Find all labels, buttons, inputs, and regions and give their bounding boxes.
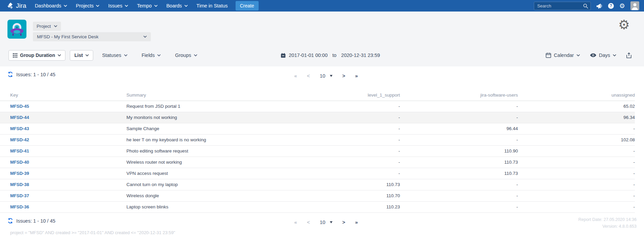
unassigned-cell: - bbox=[518, 168, 635, 179]
refresh-icon[interactable] bbox=[7, 72, 13, 77]
chevron-down-icon bbox=[184, 5, 188, 7]
nav-item-issues[interactable]: Issues bbox=[104, 0, 133, 12]
key-cell: MFSD-45 bbox=[0, 101, 126, 112]
summary-cell: Cannot turn on my laptop bbox=[126, 179, 298, 190]
chevron-down-icon bbox=[577, 54, 580, 57]
jira-software-users-cell: - bbox=[400, 134, 518, 145]
admin-gear-icon[interactable]: ⚙ bbox=[619, 3, 625, 9]
column-header-summary: Summary bbox=[126, 90, 298, 101]
navbar-menu: DashboardsProjectsIssuesTempoBoardsTime … bbox=[31, 0, 232, 12]
key-cell: MFSD-43 bbox=[0, 123, 126, 134]
time-unit-dropdown[interactable]: Days bbox=[590, 53, 616, 58]
nav-item-label: Projects bbox=[76, 3, 94, 8]
key-cell: MFSD-38 bbox=[0, 179, 126, 190]
issues-count-label: Issues: 1 - 10 / 45 bbox=[16, 72, 55, 77]
level-1-support-cell: - bbox=[298, 145, 400, 157]
groups-dropdown[interactable]: Groups bbox=[175, 53, 197, 58]
nav-item-projects[interactable]: Projects bbox=[72, 0, 104, 12]
issue-key-link[interactable]: MFSD-45 bbox=[10, 104, 29, 109]
first-page-button[interactable]: « bbox=[294, 219, 297, 225]
prev-page-button[interactable]: < bbox=[307, 219, 310, 225]
issue-key-link[interactable]: MFSD-37 bbox=[10, 193, 29, 198]
page-size-select[interactable]: 10 bbox=[320, 73, 333, 79]
date-range-picker[interactable]: 2017-01-01 00:00 to 2020-12-31 23:59 bbox=[281, 50, 380, 61]
jira-software-users-cell: - bbox=[400, 179, 518, 190]
page-size-select[interactable]: 10 bbox=[320, 219, 333, 225]
nav-item-tempo[interactable]: Tempo bbox=[133, 0, 162, 12]
column-header-unassigned: unassigned bbox=[518, 90, 635, 101]
table-row: MFSD-39VPN access request-110.73- bbox=[0, 168, 635, 179]
next-page-button[interactable]: > bbox=[342, 73, 345, 79]
nav-item-dashboards[interactable]: Dashboards bbox=[31, 0, 72, 12]
issue-key-link[interactable]: MFSD-38 bbox=[10, 182, 29, 187]
summary-cell: My monitoris not working bbox=[126, 112, 298, 123]
group-duration-button[interactable]: Group Duration bbox=[8, 50, 65, 61]
issue-key-link[interactable]: MFSD-40 bbox=[10, 160, 29, 165]
chevron-down-icon bbox=[85, 54, 89, 57]
unassigned-cell: 96.34 bbox=[518, 112, 635, 123]
level-1-support-cell: - bbox=[298, 123, 400, 134]
issue-key-link[interactable]: MFSD-41 bbox=[10, 148, 29, 154]
scope-selector-label: Project bbox=[37, 24, 51, 29]
prev-page-button[interactable]: < bbox=[307, 73, 310, 79]
summary-cell: he leer T on my keyboard is no working bbox=[126, 134, 298, 145]
calendar-type-dropdown[interactable]: Calendar bbox=[546, 53, 580, 58]
user-avatar[interactable] bbox=[630, 1, 639, 10]
summary-cell: Laptop screen blinks bbox=[126, 201, 298, 212]
issue-key-link[interactable]: MFSD-36 bbox=[10, 204, 29, 209]
search-input[interactable] bbox=[534, 2, 590, 10]
issue-key-link[interactable]: MFSD-42 bbox=[10, 137, 29, 142]
report-toolbar: Group Duration List StatusesFieldsGroups… bbox=[0, 50, 644, 61]
unassigned-cell: 102.08 bbox=[518, 134, 635, 145]
nav-item-label: Tempo bbox=[137, 3, 152, 8]
issue-key-link[interactable]: MFSD-39 bbox=[10, 171, 29, 176]
level-1-support-cell: - bbox=[298, 157, 400, 168]
date-from: 2017-01-01 00:00 bbox=[289, 53, 328, 58]
scope-selector-button[interactable]: Project bbox=[33, 22, 61, 31]
chevron-down-icon bbox=[143, 36, 147, 38]
next-page-button[interactable]: > bbox=[342, 219, 345, 225]
create-button[interactable]: Create bbox=[236, 1, 259, 11]
search-icon[interactable] bbox=[583, 3, 588, 9]
fields-dropdown[interactable]: Fields bbox=[142, 53, 161, 58]
key-cell: MFSD-44 bbox=[0, 112, 126, 123]
unassigned-cell: - bbox=[518, 190, 635, 201]
nav-item-time-in-status[interactable]: Time in Status bbox=[192, 0, 232, 12]
navbar-right: ? ⚙ bbox=[534, 1, 639, 10]
statuses-dropdown[interactable]: Statuses bbox=[102, 53, 127, 58]
chevron-down-icon bbox=[96, 5, 99, 7]
caret-down-icon bbox=[330, 75, 333, 77]
summary-cell: Sample Change bbox=[126, 123, 298, 134]
export-icon[interactable] bbox=[626, 53, 631, 58]
summary-cell: Wireless router not working bbox=[126, 157, 298, 168]
last-page-button[interactable]: » bbox=[355, 219, 358, 225]
help-icon[interactable]: ? bbox=[608, 3, 614, 9]
jira-logo-icon bbox=[7, 2, 14, 9]
chevron-down-icon bbox=[64, 5, 67, 7]
project-avatar[interactable] bbox=[7, 20, 26, 39]
project-select[interactable]: MFSD - My First Service Desk bbox=[33, 32, 151, 41]
jira-software-users-cell: 110.73 bbox=[400, 168, 518, 179]
issue-key-link[interactable]: MFSD-44 bbox=[10, 115, 29, 120]
issues-summary-bottom: Issues: 1 - 10 / 45 bbox=[7, 218, 55, 224]
issue-key-link[interactable]: MFSD-43 bbox=[10, 126, 29, 131]
last-page-button[interactable]: » bbox=[355, 73, 358, 79]
unassigned-cell: - bbox=[518, 201, 635, 212]
jira-software-users-cell: 110.73 bbox=[400, 157, 518, 168]
chevron-down-icon bbox=[194, 54, 197, 57]
toolbar-right: Calendar Days bbox=[546, 50, 631, 61]
announcements-icon[interactable] bbox=[596, 3, 603, 9]
report-date: Report Date: 27.05.2020 14:36 bbox=[578, 216, 637, 223]
level-1-support-cell: 110.70 bbox=[298, 190, 400, 201]
report-settings-gear-icon[interactable]: ⚙ bbox=[618, 18, 630, 31]
jira-logo[interactable]: Jira bbox=[7, 2, 26, 9]
view-type-button[interactable]: List bbox=[70, 50, 93, 61]
nav-item-boards[interactable]: Boards bbox=[162, 0, 192, 12]
pagination-bottom: «<10>» bbox=[294, 219, 358, 225]
view-type-label: List bbox=[74, 53, 83, 58]
first-page-button[interactable]: « bbox=[294, 73, 297, 79]
refresh-icon[interactable] bbox=[7, 218, 13, 224]
jira-software-users-cell: 110.90 bbox=[400, 145, 518, 157]
unassigned-cell: - bbox=[518, 123, 635, 134]
date-to: 2020-12-31 23:59 bbox=[341, 53, 380, 58]
